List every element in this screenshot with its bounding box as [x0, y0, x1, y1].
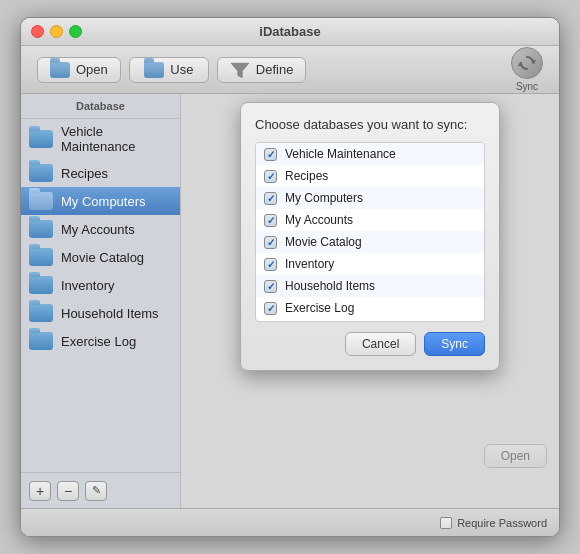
titlebar: iDatabase	[21, 18, 559, 46]
sidebar-item-label: Recipes	[61, 166, 108, 181]
folder-icon	[29, 248, 53, 266]
sidebar-item-label: Vehicle Maintenance	[61, 124, 172, 154]
main-window: iDatabase Open Use Define	[20, 17, 560, 537]
sidebar-header: Database	[21, 94, 180, 119]
modal-buttons: Cancel Sync	[255, 332, 485, 356]
traffic-lights	[31, 25, 82, 38]
sync-checkbox[interactable]	[264, 148, 277, 161]
folder-icon	[29, 332, 53, 350]
sidebar-item-recipes[interactable]: Recipes	[21, 159, 180, 187]
require-password-section: Require Password	[440, 517, 547, 529]
modal-item-label: Recipes	[285, 169, 328, 183]
folder-icon	[29, 276, 53, 294]
open-folder-icon	[50, 62, 70, 78]
sidebar-item-my-accounts[interactable]: My Accounts	[21, 215, 180, 243]
open-toolbar-button[interactable]: Open	[37, 57, 121, 83]
sync-database-list: Vehicle Maintenance Recipes My Computers…	[255, 142, 485, 322]
sync-checkbox[interactable]	[264, 236, 277, 249]
define-funnel-icon	[230, 62, 250, 78]
use-folder-icon	[144, 62, 164, 78]
sidebar-item-label: My Computers	[61, 194, 146, 209]
sidebar-item-label: My Accounts	[61, 222, 135, 237]
edit-database-button[interactable]: ✎	[85, 481, 107, 501]
modal-title: Choose databases you want to sync:	[255, 117, 485, 132]
sync-label: Sync	[516, 81, 538, 92]
sidebar-item-label: Household Items	[61, 306, 159, 321]
maximize-button[interactable]	[69, 25, 82, 38]
modal-list-item[interactable]: Recipes	[256, 165, 484, 187]
folder-icon	[29, 192, 53, 210]
use-toolbar-button[interactable]: Use	[129, 57, 209, 83]
folder-icon	[29, 164, 53, 182]
sidebar-item-exercise-log[interactable]: Exercise Log	[21, 327, 180, 355]
sidebar-list: Vehicle Maintenance Recipes My Computers…	[21, 119, 180, 472]
sync-checkbox[interactable]	[264, 170, 277, 183]
require-password-checkbox[interactable]	[440, 517, 452, 529]
add-database-button[interactable]: +	[29, 481, 51, 501]
modal-list-item[interactable]: My Computers	[256, 187, 484, 209]
sync-icon	[511, 47, 543, 79]
modal-item-label: Household Items	[285, 279, 375, 293]
sidebar-item-vehicle-maintenance[interactable]: Vehicle Maintenance	[21, 119, 180, 159]
sidebar-item-label: Inventory	[61, 278, 114, 293]
main-area: Choose databases you want to sync: Vehic…	[181, 94, 559, 508]
cancel-button[interactable]: Cancel	[345, 332, 416, 356]
sync-checkbox[interactable]	[264, 302, 277, 315]
sync-checkbox[interactable]	[264, 280, 277, 293]
modal-list-item[interactable]: Household Items	[256, 275, 484, 297]
close-button[interactable]	[31, 25, 44, 38]
sidebar-item-movie-catalog[interactable]: Movie Catalog	[21, 243, 180, 271]
sidebar-item-label: Movie Catalog	[61, 250, 144, 265]
sync-dialog: Choose databases you want to sync: Vehic…	[240, 102, 500, 371]
modal-list-item[interactable]: Vehicle Maintenance	[256, 143, 484, 165]
sync-checkbox[interactable]	[264, 192, 277, 205]
sidebar-item-household-items[interactable]: Household Items	[21, 299, 180, 327]
sidebar: Database Vehicle Maintenance Recipes My …	[21, 94, 181, 508]
modal-item-label: Inventory	[285, 257, 334, 271]
sidebar-item-inventory[interactable]: Inventory	[21, 271, 180, 299]
toolbar: Open Use Define	[21, 46, 559, 94]
modal-list-item[interactable]: My Accounts	[256, 209, 484, 231]
folder-icon	[29, 130, 53, 148]
require-password-label: Require Password	[457, 517, 547, 529]
define-toolbar-button[interactable]: Define	[217, 57, 307, 83]
minimize-button[interactable]	[50, 25, 63, 38]
modal-item-label: My Computers	[285, 191, 363, 205]
sync-checkbox[interactable]	[264, 258, 277, 271]
sync-checkbox[interactable]	[264, 214, 277, 227]
content-area: Database Vehicle Maintenance Recipes My …	[21, 94, 559, 508]
modal-item-label: Vehicle Maintenance	[285, 147, 396, 161]
modal-list-item[interactable]: Inventory	[256, 253, 484, 275]
bottom-bar: Require Password	[21, 508, 559, 536]
sidebar-item-my-computers[interactable]: My Computers	[21, 187, 180, 215]
modal-list-item[interactable]: Exercise Log	[256, 297, 484, 319]
svg-marker-0	[231, 63, 249, 77]
modal-item-label: Movie Catalog	[285, 235, 362, 249]
modal-item-label: My Accounts	[285, 213, 353, 227]
modal-overlay: Choose databases you want to sync: Vehic…	[181, 94, 559, 508]
sync-button[interactable]: Sync	[424, 332, 485, 356]
modal-list-item[interactable]: Movie Catalog	[256, 231, 484, 253]
sidebar-bottom-bar: + − ✎	[21, 472, 180, 508]
sidebar-item-label: Exercise Log	[61, 334, 136, 349]
modal-item-label: Exercise Log	[285, 301, 354, 315]
window-title: iDatabase	[259, 24, 320, 39]
remove-database-button[interactable]: −	[57, 481, 79, 501]
folder-icon	[29, 220, 53, 238]
sync-toolbar-button[interactable]: Sync	[511, 47, 543, 92]
folder-icon	[29, 304, 53, 322]
